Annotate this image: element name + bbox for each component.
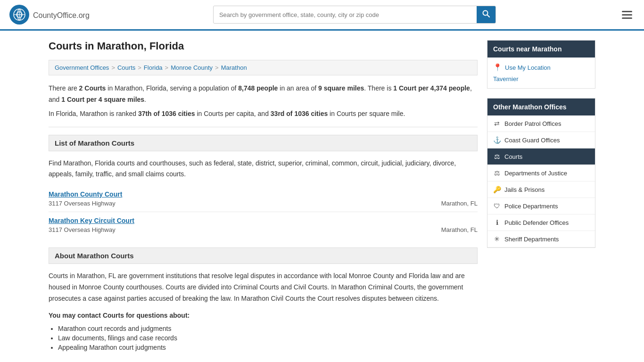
logo[interactable]: CountyOffice.org — [9, 5, 90, 25]
list-section-header: List of Marathon Courts — [49, 135, 478, 151]
menu-button[interactable] — [619, 8, 635, 21]
menu-icon-line3 — [622, 17, 632, 19]
office-label-6: Public Defender Offices — [504, 219, 569, 226]
office-icon-1: ⚓ — [493, 136, 501, 144]
description-block: There are 2 Courts in Marathon, Florida,… — [49, 83, 478, 127]
contact-list: Marathon court records and judgments Law… — [49, 325, 478, 351]
office-icon-6: ℹ — [493, 219, 501, 226]
office-item-coast-guard-offices[interactable]: ⚓Coast Guard Offices — [487, 132, 595, 148]
office-label-3: Departments of Justice — [504, 170, 567, 177]
office-item-public-defender-offices[interactable]: ℹPublic Defender Offices — [487, 214, 595, 231]
office-icon-4: 🔑 — [493, 186, 501, 193]
logo-svg — [13, 8, 25, 21]
office-icon-3: ⚖ — [493, 169, 501, 177]
search-bar[interactable] — [213, 6, 496, 24]
office-label-0: Border Patrol Offices — [504, 120, 561, 127]
menu-icon-line1 — [622, 11, 632, 12]
breadcrumb-sep3: > — [165, 64, 169, 71]
breadcrumb-sep4: > — [215, 64, 219, 71]
list-description: Find Marathon, Florida courts and courth… — [49, 158, 478, 179]
court-name-1[interactable]: Marathon County Court — [49, 190, 122, 198]
office-label-2: Courts — [504, 153, 522, 160]
office-icon-7: ✳ — [493, 235, 501, 243]
office-label-4: Jails & Prisons — [504, 186, 545, 193]
contact-item-1: Marathon court records and judgments — [58, 325, 478, 332]
court-details-1: 3117 Overseas Highway Marathon, FL — [49, 200, 478, 207]
court-name-2[interactable]: Marathon Key Circuit Court — [49, 217, 134, 224]
office-item-border-patrol-offices[interactable]: ⇄Border Patrol Offices — [487, 115, 595, 132]
court-city-2: Marathon, FL — [441, 226, 478, 233]
courts-near-inner: 📍 Use My Location Tavernier — [487, 58, 595, 88]
office-label-5: Police Departments — [504, 203, 558, 210]
office-item-police-departments[interactable]: 🛡Police Departments — [487, 198, 595, 214]
office-label-1: Coast Guard Offices — [504, 137, 560, 144]
description-line2: In Florida, Marathon is ranked 37th of 1… — [49, 108, 478, 120]
office-item-jails-and-prisons[interactable]: 🔑Jails & Prisons — [487, 181, 595, 198]
page-title: Courts in Marathon, Florida — [49, 40, 478, 52]
office-item-courts[interactable]: ⚖Courts — [487, 148, 595, 165]
about-section-header: About Marathon Courts — [49, 247, 478, 264]
courts-near-box: Courts near Marathon 📍 Use My Location T… — [487, 40, 595, 89]
court-entry-1: Marathon County Court 3117 Overseas High… — [49, 186, 478, 212]
breadcrumb-government-offices[interactable]: Government Offices — [55, 64, 109, 71]
office-item-departments-of-justice[interactable]: ⚖Departments of Justice — [487, 165, 595, 181]
use-location-link[interactable]: 📍 Use My Location — [493, 63, 589, 72]
breadcrumb: Government Offices > Courts > Florida > … — [49, 60, 478, 75]
list-section: List of Marathon Courts Find Marathon, F… — [49, 135, 478, 238]
office-item-sheriff-departments[interactable]: ✳Sheriff Departments — [487, 231, 595, 247]
content-area: Courts in Marathon, Florida Government O… — [49, 40, 478, 353]
nearby-city-tavernier[interactable]: Tavernier — [493, 75, 589, 82]
location-icon: 📍 — [493, 63, 502, 72]
breadcrumb-sep2: > — [138, 64, 141, 71]
breadcrumb-courts[interactable]: Courts — [117, 64, 135, 71]
breadcrumb-monroe-county[interactable]: Monroe County — [171, 64, 213, 71]
breadcrumb-florida[interactable]: Florida — [144, 64, 163, 71]
description-line1: There are 2 Courts in Marathon, Florida,… — [49, 83, 478, 106]
office-icon-0: ⇄ — [493, 120, 501, 127]
about-text: Courts in Marathon, FL are government in… — [49, 271, 478, 304]
other-offices-box: Other Marathon Offices ⇄Border Patrol Of… — [487, 98, 595, 248]
breadcrumb-sep1: > — [111, 64, 115, 71]
menu-icon-line2 — [622, 14, 632, 16]
office-items-list: ⇄Border Patrol Offices⚓Coast Guard Offic… — [487, 115, 595, 247]
site-header: CountyOffice.org — [0, 0, 644, 31]
office-icon-2: ⚖ — [493, 153, 501, 160]
court-details-2: 3117 Overseas Highway Marathon, FL — [49, 226, 478, 233]
logo-text: CountyOffice.org — [33, 9, 90, 20]
office-label-7: Sheriff Departments — [504, 236, 559, 243]
contact-item-2: Law documents, filings and case records — [58, 334, 478, 342]
court-address-2: 3117 Overseas Highway — [49, 226, 116, 233]
office-icon-5: 🛡 — [493, 202, 501, 210]
court-address-1: 3117 Overseas Highway — [49, 200, 116, 207]
breadcrumb-marathon[interactable]: Marathon — [221, 64, 247, 71]
court-list: Marathon County Court 3117 Overseas High… — [49, 186, 478, 238]
contact-header: You may contact Courts for questions abo… — [49, 310, 478, 321]
search-button[interactable] — [477, 6, 495, 23]
logo-icon — [9, 5, 29, 25]
contact-item-3: Appealing Marathon court judgments — [58, 344, 478, 351]
sidebar: Courts near Marathon 📍 Use My Location T… — [487, 40, 595, 353]
courts-near-title: Courts near Marathon — [487, 41, 595, 58]
svg-line-6 — [487, 15, 489, 17]
court-city-1: Marathon, FL — [441, 200, 478, 207]
use-location-label: Use My Location — [505, 64, 551, 71]
search-input[interactable] — [214, 8, 477, 22]
main-container: Courts in Marathon, Florida Government O… — [39, 31, 605, 362]
search-icon — [482, 10, 490, 17]
other-offices-title: Other Marathon Offices — [487, 99, 595, 115]
court-entry-2: Marathon Key Circuit Court 3117 Overseas… — [49, 212, 478, 238]
about-section: About Marathon Courts Courts in Marathon… — [49, 247, 478, 351]
